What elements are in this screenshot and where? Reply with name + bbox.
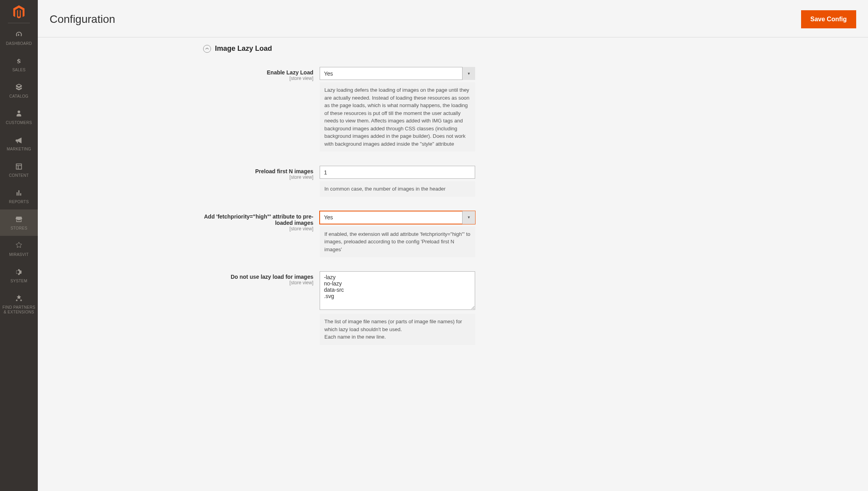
section-header-toggle[interactable]: Image Lazy Load	[203, 44, 502, 53]
customers-icon	[14, 109, 24, 119]
field-label: Add 'fetchpriority="high"' attribute to …	[203, 213, 313, 226]
nav-label: FIND PARTNERS & EXTENSIONS	[0, 305, 38, 315]
nav-label: CONTENT	[7, 173, 30, 178]
page-header: Configuration Save Config	[38, 0, 868, 37]
save-config-button[interactable]: Save Config	[801, 10, 856, 28]
content-icon	[14, 162, 24, 171]
sidebar-item-content[interactable]: CONTENT	[0, 157, 38, 183]
sidebar-item-reports[interactable]: REPORTS	[0, 183, 38, 209]
field-input-col: ▼ Lazy loading defers the loading of ima…	[320, 67, 475, 152]
field-note: The list of image file names (or parts o…	[320, 314, 475, 345]
field-preload-n-images: Preload first N images [store view] In c…	[203, 166, 502, 197]
dollar-icon	[14, 56, 24, 66]
nav-label: MARKETING	[5, 147, 33, 152]
nav-label: CUSTOMERS	[4, 120, 33, 125]
field-note: If enabled, the extension will add attri…	[320, 226, 475, 258]
magento-logo[interactable]	[11, 5, 26, 20]
dashboard-icon	[14, 30, 24, 39]
nav-label: STORES	[9, 226, 29, 231]
field-label-col: Enable Lazy Load [store view]	[203, 67, 320, 152]
field-scope: [store view]	[203, 226, 313, 232]
main-content: Configuration Save Config Image Lazy Loa…	[38, 0, 868, 491]
field-input-col: ▼ If enabled, the extension will add att…	[320, 211, 475, 258]
exclude-images-textarea[interactable]	[320, 271, 475, 310]
sidebar-item-dashboard[interactable]: DASHBOARD	[0, 25, 38, 51]
config-content: Image Lazy Load Enable Lazy Load [store …	[38, 37, 868, 366]
nav-label: DASHBOARD	[4, 41, 33, 46]
field-note: Lazy loading defers the loading of image…	[320, 82, 475, 152]
field-label: Do not use lazy load for images	[203, 274, 313, 280]
page-title: Configuration	[50, 13, 115, 26]
field-label-col: Preload first N images [store view]	[203, 166, 320, 197]
field-input-col: In common case, the number of images in …	[320, 166, 475, 197]
sidebar-item-marketing[interactable]: MARKETING	[0, 130, 38, 157]
nav-label: MIRASVIT	[7, 252, 30, 257]
sidebar-item-sales[interactable]: SALES	[0, 51, 38, 78]
sidebar-item-partners[interactable]: FIND PARTNERS & EXTENSIONS	[0, 289, 38, 320]
field-scope: [store view]	[203, 280, 313, 285]
field-label-col: Do not use lazy load for images [store v…	[203, 271, 320, 345]
stores-icon	[14, 215, 24, 224]
select-enable-lazy-load[interactable]: ▼	[320, 67, 475, 80]
sidebar-item-catalog[interactable]: CATALOG	[0, 78, 38, 104]
partners-icon	[14, 294, 24, 303]
collapse-icon	[203, 45, 211, 53]
sidebar-item-stores[interactable]: STORES	[0, 209, 38, 236]
nav-label: SYSTEM	[9, 279, 29, 283]
preload-count-input[interactable]	[320, 166, 475, 179]
gear-icon	[14, 267, 24, 277]
field-scope: [store view]	[203, 174, 313, 180]
mirasvit-icon	[14, 241, 24, 250]
field-enable-lazy-load: Enable Lazy Load [store view] ▼ Lazy loa…	[203, 67, 502, 152]
field-note: In common case, the number of images in …	[320, 181, 475, 197]
sidebar-item-customers[interactable]: CUSTOMERS	[0, 104, 38, 130]
sidebar-item-system[interactable]: SYSTEM	[0, 262, 38, 289]
field-label: Preload first N images	[203, 168, 313, 174]
nav-label: CATALOG	[8, 94, 30, 99]
section-title: Image Lazy Load	[215, 44, 272, 53]
catalog-icon	[14, 83, 24, 92]
field-label-col: Add 'fetchpriority="high"' attribute to …	[203, 211, 320, 258]
nav-label: SALES	[11, 68, 27, 72]
marketing-icon	[14, 135, 24, 145]
select-input[interactable]	[320, 211, 475, 224]
nav-label: REPORTS	[7, 200, 30, 204]
sidebar-item-mirasvit[interactable]: MIRASVIT	[0, 236, 38, 262]
field-scope: [store view]	[203, 76, 313, 81]
field-label: Enable Lazy Load	[203, 69, 313, 76]
sidebar: DASHBOARD SALES CATALOG CUSTOMERS MARKET…	[0, 0, 38, 491]
sidebar-divider	[8, 23, 30, 23]
field-input-col: The list of image file names (or parts o…	[320, 271, 475, 345]
select-fetchpriority[interactable]: ▼	[320, 211, 475, 224]
reports-icon	[14, 188, 24, 198]
select-input[interactable]	[320, 67, 475, 80]
config-section: Image Lazy Load Enable Lazy Load [store …	[203, 44, 502, 359]
field-fetchpriority: Add 'fetchpriority="high"' attribute to …	[203, 211, 502, 258]
field-exclude-images: Do not use lazy load for images [store v…	[203, 271, 502, 345]
